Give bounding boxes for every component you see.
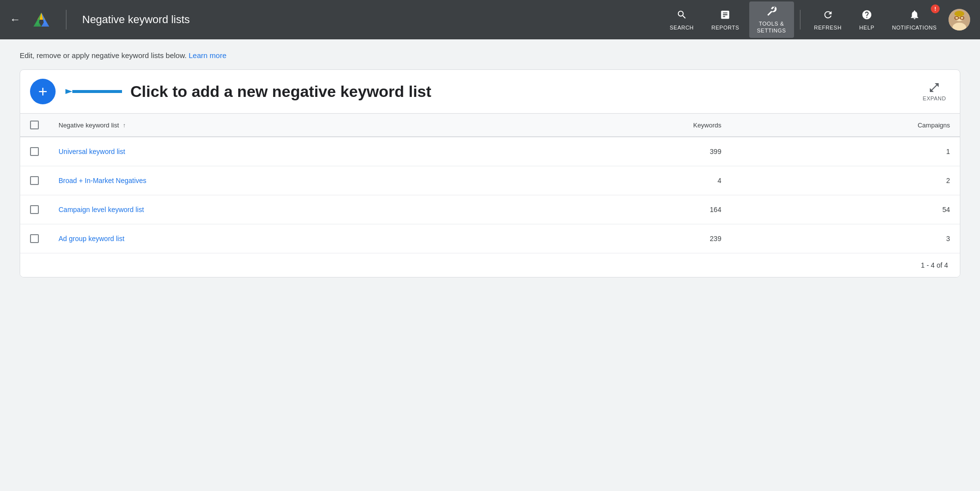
row-campaigns: 1 <box>731 137 960 166</box>
svg-point-14 <box>954 11 964 17</box>
tools-nav-label: TOOLS &SETTINGS <box>757 21 786 33</box>
row-checkbox[interactable] <box>30 176 39 185</box>
annotation-text: Click to add a new negative keyword list <box>130 83 431 101</box>
notification-badge: ! <box>931 4 940 13</box>
nav-refresh[interactable]: REFRESH <box>806 5 850 34</box>
table-header-row: Negative keyword list ↑ Keywords Campaig… <box>20 114 960 137</box>
row-checkbox-cell[interactable] <box>20 137 49 166</box>
row-checkbox-cell[interactable] <box>20 166 49 195</box>
nav-separator <box>800 10 800 30</box>
arrow-left-icon <box>65 81 124 102</box>
sort-arrow-icon: ↑ <box>122 122 125 129</box>
notifications-icon <box>909 9 920 23</box>
column-header-keywords: Keywords <box>521 114 732 137</box>
learn-more-link[interactable]: Learn more <box>189 51 227 60</box>
nav-tools[interactable]: TOOLS &SETTINGS <box>749 1 794 37</box>
arrow-annotation: Click to add a new negative keyword list <box>65 81 431 102</box>
row-keywords: 239 <box>521 224 732 253</box>
row-campaigns: 2 <box>731 166 960 195</box>
table-toolbar: + Click to add a new negative keyword li… <box>20 70 960 114</box>
nav-help[interactable]: HELP <box>852 5 883 34</box>
nav-reports[interactable]: REPORTS <box>704 5 747 34</box>
top-nav: SEARCH REPORTS TOOLS &SETTINGS REFRESH <box>662 1 945 37</box>
user-avatar[interactable] <box>949 9 970 31</box>
table-body: Universal keyword list 399 1 Broad + In-… <box>20 137 960 253</box>
refresh-nav-label: REFRESH <box>814 25 842 31</box>
avatar-image <box>949 9 970 31</box>
back-button[interactable]: ← <box>10 13 21 26</box>
help-nav-label: HELP <box>859 25 875 31</box>
row-checkbox[interactable] <box>30 234 39 243</box>
notifications-nav-label: NOTIFICATIONS <box>892 25 937 31</box>
nav-search[interactable]: SEARCH <box>662 5 702 34</box>
row-name[interactable]: Campaign level keyword list <box>49 195 521 224</box>
header-divider <box>66 10 66 30</box>
main-content: Edit, remove or apply negative keyword l… <box>0 39 980 289</box>
column-header-name: Negative keyword list ↑ <box>49 114 521 137</box>
pagination: 1 - 4 of 4 <box>20 253 960 277</box>
select-all-header[interactable] <box>20 114 49 137</box>
subtitle: Edit, remove or apply negative keyword l… <box>20 51 960 60</box>
toolbar-left: + Click to add a new negative keyword li… <box>30 79 431 104</box>
row-checkbox-cell[interactable] <box>20 224 49 253</box>
help-icon <box>861 9 872 23</box>
reports-nav-label: REPORTS <box>711 25 739 31</box>
row-name[interactable]: Ad group keyword list <box>49 224 521 253</box>
select-all-checkbox[interactable] <box>30 121 39 129</box>
row-keywords: 399 <box>521 137 732 166</box>
expand-label: EXPAND <box>923 95 946 101</box>
table-row: Broad + In-Market Negatives 4 2 <box>20 166 960 195</box>
keyword-lists-table: Negative keyword list ↑ Keywords Campaig… <box>20 114 960 253</box>
table-row: Universal keyword list 399 1 <box>20 137 960 166</box>
row-checkbox[interactable] <box>30 147 39 156</box>
app-header: ← Negative keyword lists SEARCH R <box>0 0 980 39</box>
row-name[interactable]: Broad + In-Market Negatives <box>49 166 521 195</box>
tools-nav-icon <box>766 5 777 19</box>
google-ads-logo <box>32 11 50 29</box>
expand-icon <box>928 82 940 93</box>
row-name[interactable]: Universal keyword list <box>49 137 521 166</box>
search-nav-label: SEARCH <box>670 25 694 31</box>
row-campaigns: 3 <box>731 224 960 253</box>
row-checkbox[interactable] <box>30 205 39 214</box>
table-row: Ad group keyword list 239 3 <box>20 224 960 253</box>
search-nav-icon <box>676 9 687 23</box>
nav-notifications[interactable]: ! NOTIFICATIONS <box>884 5 945 34</box>
column-header-campaigns: Campaigns <box>731 114 960 137</box>
expand-button[interactable]: EXPAND <box>919 78 950 105</box>
reports-nav-icon <box>720 9 731 23</box>
row-keywords: 4 <box>521 166 732 195</box>
keyword-lists-container: + Click to add a new negative keyword li… <box>20 69 960 277</box>
row-keywords: 164 <box>521 195 732 224</box>
refresh-icon <box>823 9 833 23</box>
page-title: Negative keyword lists <box>82 13 190 26</box>
row-campaigns: 54 <box>731 195 960 224</box>
table-row: Campaign level keyword list 164 54 <box>20 195 960 224</box>
row-checkbox-cell[interactable] <box>20 195 49 224</box>
add-keyword-list-button[interactable]: + <box>30 79 56 104</box>
